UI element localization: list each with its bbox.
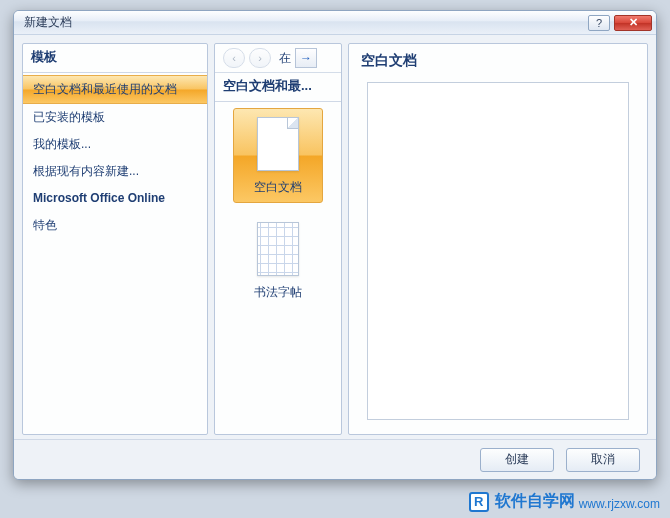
create-button[interactable]: 创建: [480, 448, 554, 472]
template-gallery: ‹ › 在 → 空白文档和最... 空白文档 书法字帖: [214, 43, 342, 435]
nav-in-label: 在: [279, 50, 291, 67]
nav-go-button[interactable]: →: [295, 48, 317, 68]
dialog-title: 新建文档: [24, 14, 72, 31]
help-button[interactable]: ?: [588, 15, 610, 31]
sidebar-item-my-templates[interactable]: 我的模板...: [23, 131, 207, 158]
sidebar-item-office-online[interactable]: Microsoft Office Online: [23, 185, 207, 212]
gallery-header: 空白文档和最...: [215, 73, 341, 102]
titlebar: 新建文档 ? ✕: [14, 11, 656, 35]
cancel-button[interactable]: 取消: [566, 448, 640, 472]
dialog-footer: 创建 取消: [14, 439, 656, 479]
calligraphy-icon: [257, 222, 299, 276]
new-document-dialog: 新建文档 ? ✕ 模板 空白文档和最近使用的文档 已安装的模板 我的模板... …: [13, 10, 657, 480]
sidebar-item-from-existing[interactable]: 根据现有内容新建...: [23, 158, 207, 185]
watermark-badge-icon: R: [469, 492, 489, 512]
template-calligraphy[interactable]: 书法字帖: [233, 213, 323, 308]
watermark: R 软件自学网 www.rjzxw.com: [469, 491, 660, 512]
watermark-url: www.rjzxw.com: [579, 497, 660, 512]
sidebar-item-blank-recent[interactable]: 空白文档和最近使用的文档: [23, 75, 207, 104]
templates-sidebar: 模板 空白文档和最近使用的文档 已安装的模板 我的模板... 根据现有内容新建.…: [22, 43, 208, 435]
window-buttons: ? ✕: [588, 15, 652, 31]
preview-title: 空白文档: [349, 44, 647, 78]
preview-canvas: [367, 82, 629, 420]
preview-pane: 空白文档: [348, 43, 648, 435]
sidebar-list: 空白文档和最近使用的文档 已安装的模板 我的模板... 根据现有内容新建... …: [23, 73, 207, 241]
blank-document-icon: [257, 117, 299, 171]
chevron-left-icon: ‹: [232, 52, 236, 64]
close-button[interactable]: ✕: [614, 15, 652, 31]
template-label: 书法字帖: [240, 284, 316, 301]
watermark-brand: 软件自学网: [495, 491, 575, 512]
sidebar-item-installed-templates[interactable]: 已安装的模板: [23, 104, 207, 131]
sidebar-header: 模板: [23, 44, 207, 73]
nav-back-button[interactable]: ‹: [223, 48, 245, 68]
gallery-toolbar: ‹ › 在 →: [215, 44, 341, 73]
gallery-items: 空白文档 书法字帖: [215, 102, 341, 314]
template-blank-document[interactable]: 空白文档: [233, 108, 323, 203]
chevron-right-icon: ›: [258, 52, 262, 64]
dialog-content: 模板 空白文档和最近使用的文档 已安装的模板 我的模板... 根据现有内容新建.…: [22, 43, 648, 435]
template-label: 空白文档: [240, 179, 316, 196]
nav-forward-button[interactable]: ›: [249, 48, 271, 68]
arrow-right-icon: →: [300, 51, 312, 65]
sidebar-item-featured[interactable]: 特色: [23, 212, 207, 239]
